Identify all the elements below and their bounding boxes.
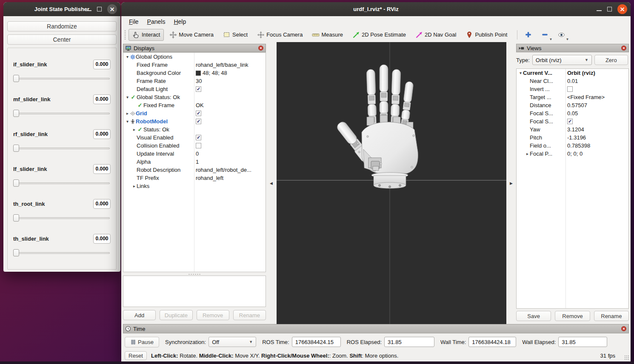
time-field-value[interactable]: 1766384424.15 [292,337,341,347]
eye-button[interactable]: ▼ [555,29,568,41]
zoom-out-button[interactable]: ▼ [538,29,551,41]
property-value[interactable]: 0; 0; 0 [567,151,583,157]
maximize-icon[interactable] [607,7,612,11]
tool-move-camera-button[interactable]: Move Camera [166,29,217,41]
property-value[interactable]: ✓ [196,119,201,124]
splitter-handle[interactable] [188,273,201,275]
tree-row[interactable]: Near Cl...0.01 [517,77,628,85]
menu-file[interactable]: File [125,17,143,26]
tree-row[interactable]: Frame Rate30 [123,77,266,85]
reset-button[interactable]: Reset [125,351,147,360]
joint-value-field[interactable]: 0.000 [93,129,111,139]
tree-row[interactable]: Focal S...0.05 [517,109,628,117]
property-value[interactable]: 3.1204 [567,126,584,133]
tree-row[interactable]: Pitch-1.3196 [517,134,628,142]
displays-collapse-gutter[interactable]: ◀ [266,42,277,324]
joint-value-field[interactable]: 0.000 [93,199,111,209]
time-field-value[interactable]: 31.85 [384,337,434,347]
slider-handle[interactable] [13,179,19,187]
property-value[interactable]: OK [196,102,204,108]
center-button[interactable]: Center [7,34,117,45]
views-panel-header[interactable]: Views [516,44,629,52]
tool-measure-button[interactable]: Measure [308,29,347,41]
minimize-icon[interactable] [86,10,91,11]
tree-row[interactable]: Robot Descriptionrohand_left/robot_de... [123,166,266,174]
tree-row[interactable]: ▾Global Options [123,53,266,61]
joint-slider[interactable] [13,75,111,82]
minimize-icon[interactable] [597,10,602,11]
tool-focus-camera-button[interactable]: Focus Camera [253,29,306,41]
tool-publish-point-button[interactable]: Publish Point [462,29,511,41]
menu-help[interactable]: Help [169,17,190,26]
slider-handle[interactable] [13,145,19,152]
sync-select[interactable]: Off ▼ [208,337,256,347]
tree-row[interactable]: Distance0.57507 [517,101,628,109]
joint-value-field[interactable]: 0.000 [93,164,111,174]
tree-row[interactable]: Default Light✓ [123,85,266,93]
joint-value-field[interactable]: 0.000 [93,94,111,104]
property-value[interactable]: ✓ [196,135,201,140]
displays-panel-header[interactable]: Displays [123,44,266,52]
expand-arrow-icon[interactable]: ▾ [125,95,130,100]
tree-row[interactable]: ▾✓Global Status: Ok [123,93,266,101]
time-field-value[interactable]: 1766384424.18 [468,337,516,347]
property-value[interactable]: 0.01 [567,78,578,84]
property-value[interactable]: <Fixed Frame> [567,94,605,100]
property-value[interactable] [567,86,573,92]
collapse-arrow-icon[interactable]: ▸ [132,127,137,132]
collapse-right-icon[interactable]: ▶ [510,181,513,185]
add-button[interactable]: Add [123,310,156,320]
checkbox[interactable]: ✓ [196,119,201,124]
joint-slider[interactable] [13,145,111,152]
property-value[interactable]: rohand_left [196,175,223,181]
chevron-down-icon[interactable]: ▼ [549,37,552,41]
checkbox[interactable]: ✓ [196,135,201,140]
property-value[interactable]: rohand_left/base_link [196,62,248,68]
collapse-arrow-icon[interactable]: ▸ [132,184,137,188]
tree-row[interactable]: ▸Grid✓ [123,109,266,117]
slider-track[interactable] [13,113,110,114]
tree-row[interactable]: ▸Links [123,182,266,190]
property-value[interactable]: 0.785398 [567,142,590,149]
3d-viewport[interactable] [277,42,506,324]
collapse-left-icon[interactable]: ◀ [270,181,273,185]
pause-button[interactable]: Pause [125,337,159,347]
tree-row[interactable]: Fixed Framerohand_left/base_link [123,61,266,69]
tree-row[interactable]: ▸Focal P...0; 0; 0 [517,150,628,158]
tool-interact-button[interactable]: Interact [129,29,164,41]
randomize-button[interactable]: Randomize [7,21,117,31]
slider-handle[interactable] [13,214,19,222]
property-value[interactable]: 48; 48; 48 [196,70,227,76]
property-value[interactable]: ✓ [567,119,573,124]
menu-panels[interactable]: Panels [143,17,170,26]
collapse-arrow-icon[interactable]: ▸ [525,151,530,156]
property-value[interactable]: -1.3196 [567,134,586,141]
joint-slider[interactable] [13,110,111,117]
tree-row[interactable]: TF Prefixrohand_left [123,174,266,182]
close-icon[interactable]: ✕ [107,4,117,14]
joint-slider[interactable] [13,179,111,187]
resize-grip[interactable] [624,355,629,360]
tree-row[interactable]: Focal S...✓ [517,117,628,125]
tree-row[interactable]: Visual Enabled✓ [123,134,266,142]
checkbox[interactable] [196,143,201,148]
slider-track[interactable] [13,252,110,254]
expand-arrow-icon[interactable]: ▾ [518,71,523,75]
views-collapse-gutter[interactable]: ▶ [506,42,516,324]
tree-row[interactable]: Update Interval0 [123,150,266,158]
zoom-in-button[interactable] [522,29,535,41]
collapse-arrow-icon[interactable]: ▸ [125,111,130,116]
remove-button[interactable]: Remove [555,311,590,321]
close-red-icon[interactable] [621,45,627,51]
tool-2d-pose-estimate-button[interactable]: 2D Pose Estimate [348,29,410,41]
slider-track[interactable] [13,217,110,219]
property-value[interactable]: Orbit (rviz) [567,70,595,76]
tree-row[interactable]: Target ...<Fixed Frame> [517,93,628,101]
property-value[interactable]: 0 [196,151,199,157]
checkbox[interactable]: ✓ [196,86,201,92]
chevron-down-icon[interactable]: ▼ [565,37,569,41]
slider-handle[interactable] [13,110,19,117]
view-type-select[interactable]: Orbit (rviz) ▼ [532,55,592,65]
tree-row[interactable]: Invert ... [517,85,628,93]
checkbox[interactable]: ✓ [567,119,573,124]
